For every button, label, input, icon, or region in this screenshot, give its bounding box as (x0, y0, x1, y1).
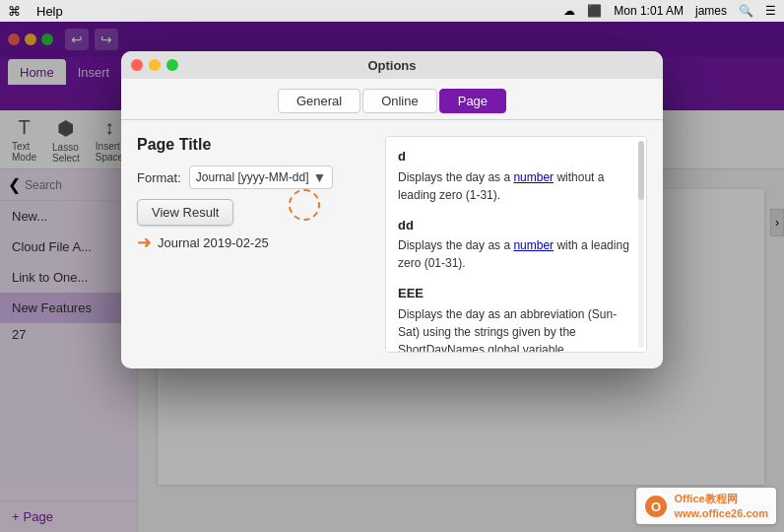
result-arrow-icon: ➜ (137, 232, 152, 253)
dialog-traffic-lights (131, 59, 178, 71)
desc-eee: Displays the day as an abbreviation (Sun… (398, 305, 634, 354)
tab-online[interactable]: Online (362, 89, 437, 113)
tab-page[interactable]: Page (439, 89, 506, 113)
scroll-entry-d: d Displays the day as a number without a… (398, 147, 634, 204)
tab-general[interactable]: General (278, 89, 360, 113)
dialog-form: Page Title Format: Journal [yyyy-MM-dd] … (137, 136, 373, 353)
dialog-scroll-panel[interactable]: d Displays the day as a number without a… (385, 136, 647, 353)
result-value: Journal 2019-02-25 (158, 235, 269, 250)
modal-overlay: Options General Online Page Page Title F… (0, 22, 784, 532)
dashed-circle-decoration (289, 189, 320, 221)
format-select[interactable]: Journal [yyyy-MM-dd] ▼ (189, 166, 334, 189)
menu-bar: ⌘ Help ☁ ⬛ Mon 1:01 AM james 🔍 ☰ (0, 0, 784, 22)
scrollbar-thumb[interactable] (638, 141, 644, 200)
menu-time: Mon 1:01 AM (614, 4, 684, 18)
dialog-minimize-button[interactable] (149, 59, 161, 71)
view-result-button[interactable]: View Result (137, 199, 233, 226)
format-select-value: Journal [yyyy-MM-dd] (196, 170, 309, 184)
menu-help[interactable]: Help (36, 4, 63, 19)
watermark-line1: Office教程网 (674, 492, 768, 505)
menu-icon[interactable]: ☰ (765, 4, 776, 18)
format-dropdown-arrow: ▼ (313, 169, 327, 185)
format-row: Format: Journal [yyyy-MM-dd] ▼ (137, 166, 373, 189)
result-row: ➜ Journal 2019-02-25 (137, 232, 373, 253)
format-label: Format: (137, 170, 181, 185)
dialog-body: Page Title Format: Journal [yyyy-MM-dd] … (121, 120, 663, 368)
highlight-dd: number (513, 238, 554, 252)
wifi-icon: ☁ (563, 4, 575, 18)
watermark-line2: www.office26.com (674, 506, 768, 520)
code-dd: dd (398, 216, 634, 235)
svg-text:O: O (651, 499, 661, 514)
apple-menu[interactable]: ⌘ (8, 4, 21, 19)
desc-d: Displays the day as a number without a l… (398, 168, 634, 204)
dialog-maximize-button[interactable] (166, 59, 178, 71)
highlight-d: number (513, 170, 554, 184)
scroll-entry-dd: dd Displays the day as a number with a l… (398, 216, 634, 273)
dialog-close-button[interactable] (131, 59, 143, 71)
code-d: d (398, 147, 634, 166)
dialog-titlebar: Options (121, 51, 663, 79)
options-dialog: Options General Online Page Page Title F… (121, 51, 663, 368)
scroll-entry-eee: EEE Displays the day as an abbreviation … (398, 284, 634, 353)
scrollbar-track (638, 141, 644, 348)
watermark-logo-icon: O (644, 495, 668, 518)
section-title: Page Title (137, 136, 373, 154)
code-eee: EEE (398, 284, 634, 303)
dialog-tabs: General Online Page (121, 79, 663, 120)
dialog-title: Options (367, 58, 416, 73)
menu-user: james (695, 4, 727, 18)
desc-dd: Displays the day as a number with a lead… (398, 236, 634, 272)
watermark: O Office教程网 www.office26.com (636, 488, 776, 524)
screen-icon: ⬛ (587, 4, 602, 18)
search-icon[interactable]: 🔍 (739, 4, 753, 18)
